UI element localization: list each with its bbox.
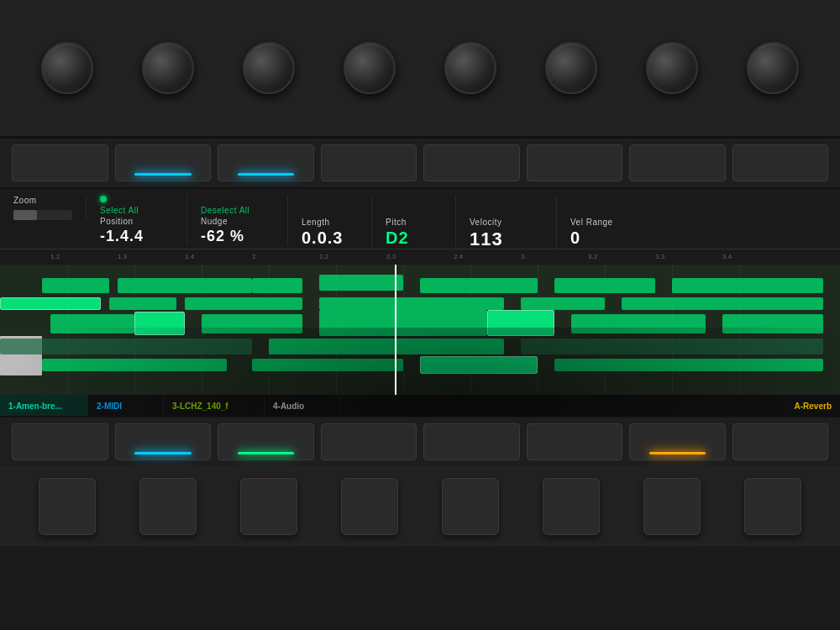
knob-2[interactable] [142, 42, 194, 94]
knob-section [0, 0, 840, 139]
bottom-strip-button-6[interactable] [527, 423, 623, 460]
bottom-strip-button-3[interactable] [218, 423, 314, 460]
strip-button-led-1 [32, 173, 89, 176]
strip-button-5[interactable] [423, 144, 520, 181]
pad-5[interactable] [442, 478, 499, 535]
note-block-1[interactable] [42, 278, 109, 294]
strip-button-led-8 [752, 173, 809, 176]
knob-7[interactable] [646, 42, 698, 94]
ruler-mark-34: 3.4 [722, 253, 732, 260]
bottom-strip-led-2 [134, 452, 192, 454]
note-block-8[interactable] [0, 297, 101, 311]
note-block-14[interactable] [50, 314, 134, 333]
strip-button-8[interactable] [732, 144, 829, 181]
pitch-value: D2 [386, 228, 409, 248]
knob-5[interactable] [444, 42, 496, 94]
bottom-strip-button-1[interactable] [12, 423, 108, 460]
pad-7[interactable] [643, 478, 701, 535]
pad-3[interactable] [240, 478, 297, 535]
bottom-strip-led-5 [444, 452, 501, 454]
note-block-3[interactable] [252, 278, 302, 294]
bottom-strip-led-3 [238, 452, 295, 454]
zoom-slider[interactable] [13, 210, 72, 220]
note-block-16[interactable] [202, 314, 302, 333]
ruler-mark-22: 2.2 [319, 253, 328, 260]
select-dot [100, 196, 107, 202]
timeline-area[interactable]: 1.2 1.3 1.4 2 2.2 2.3 2.4 3 3.2 3.3 3.4 [0, 249, 840, 416]
note-block-19[interactable] [571, 314, 706, 333]
strip-button-2[interactable] [115, 144, 212, 181]
note-block-6[interactable] [554, 278, 655, 294]
pad-4[interactable] [341, 478, 398, 535]
note-block-24[interactable] [42, 359, 227, 372]
vel-range-label: Vel Range [570, 218, 613, 227]
length-label: Length [302, 218, 330, 227]
top-button-strip [0, 139, 840, 189]
bottom-strip-button-4[interactable] [321, 423, 417, 460]
ruler-mark-23: 2.3 [386, 253, 396, 260]
pad-6[interactable] [543, 478, 600, 535]
note-block-23[interactable] [521, 339, 823, 354]
notes-area[interactable] [0, 265, 840, 395]
knob-8[interactable] [747, 42, 799, 94]
note-block-26[interactable] [420, 356, 538, 375]
track-label-3: 3-LCHZ_140_f [164, 395, 265, 416]
note-block-10[interactable] [185, 297, 302, 311]
strip-button-7[interactable] [629, 144, 726, 181]
note-block-15[interactable] [134, 312, 185, 335]
knob-group-8 [747, 42, 799, 94]
note-block-12[interactable] [521, 297, 605, 311]
strip-button-led-5 [444, 173, 501, 176]
knob-1[interactable] [41, 42, 93, 94]
pad-2[interactable] [139, 478, 197, 535]
pad-led-1 [54, 524, 81, 528]
bottom-strip-button-8[interactable] [732, 423, 829, 460]
note-block-17[interactable] [319, 310, 487, 336]
ruler: 1.2 1.3 1.4 2 2.2 2.3 2.4 3 3.2 3.3 3.4 [0, 249, 840, 265]
pad-led-2 [155, 524, 182, 528]
bottom-strip-button-2[interactable] [115, 423, 212, 460]
pad-1[interactable] [39, 478, 96, 535]
note-block-20[interactable] [722, 314, 823, 333]
note-block-9[interactable] [109, 297, 176, 311]
deselect-all-column: Deselect All Nudge -62 % [187, 196, 288, 245]
pitch-column: Pitch D2 [372, 196, 456, 248]
position-label: Position [100, 217, 134, 226]
track-label-1: 1-Amen-bre... [0, 395, 88, 416]
bottom-strip-button-5[interactable] [423, 423, 520, 460]
pad-8[interactable] [744, 478, 801, 535]
zoom-fill [13, 210, 37, 220]
strip-button-1[interactable] [12, 144, 108, 181]
knob-4[interactable] [344, 42, 396, 94]
note-block-13[interactable] [622, 297, 823, 311]
bottom-strip-led-4 [340, 452, 397, 454]
note-block-7[interactable] [672, 278, 823, 294]
knob-3[interactable] [243, 42, 295, 94]
select-all-label[interactable]: Select All [100, 206, 139, 215]
note-block-21[interactable] [0, 339, 252, 354]
strip-button-led-7 [649, 173, 706, 176]
info-bar: Zoom Select All Position -1.4.4 Deselect… [0, 189, 840, 249]
nudge-label: Nudge [201, 217, 228, 226]
knob-group-3 [243, 42, 295, 94]
length-value: 0.0.3 [302, 228, 343, 248]
knob-group-1 [41, 42, 93, 94]
ruler-mark-14: 1.4 [185, 253, 194, 260]
ruler-mark-13: 1.3 [118, 253, 127, 260]
knob-6[interactable] [545, 42, 597, 94]
strip-button-4[interactable] [321, 144, 417, 181]
note-block-4[interactable] [319, 275, 403, 291]
note-block-25[interactable] [252, 359, 403, 372]
note-block-2[interactable] [118, 278, 252, 294]
bottom-strip-button-7[interactable] [629, 423, 726, 460]
note-block-5[interactable] [420, 278, 538, 294]
note-block-18[interactable] [487, 310, 554, 336]
strip-button-led-3 [238, 173, 295, 176]
strip-button-6[interactable] [527, 144, 623, 181]
note-block-27[interactable] [554, 359, 823, 372]
strip-button-3[interactable] [218, 144, 314, 181]
deselect-all-label[interactable]: Deselect All [201, 206, 249, 215]
note-block-11[interactable] [319, 297, 504, 311]
note-block-22[interactable] [269, 339, 504, 354]
track-label-5: A-Reverb [340, 395, 840, 416]
